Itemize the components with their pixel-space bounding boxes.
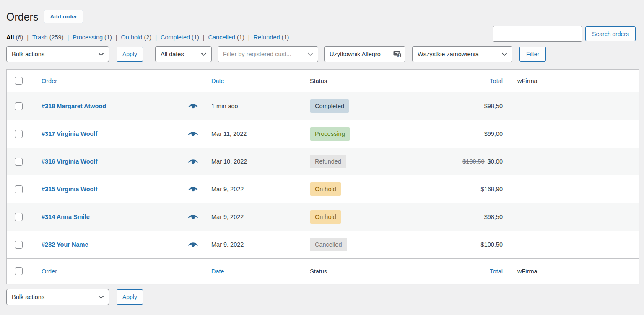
filter-trash-link[interactable]: Trash (259) [32, 34, 63, 41]
status-badge: Refunded [310, 155, 346, 169]
status-badge: Completed [310, 99, 349, 113]
sort-by-order[interactable]: Order [42, 78, 57, 84]
top-toolbar: Bulk actions Apply All dates Filter by r… [6, 46, 638, 62]
bottom-toolbar: Bulk actions Apply [6, 289, 638, 305]
sort-by-total-bottom[interactable]: Total [490, 268, 503, 275]
preview-column-header [183, 70, 203, 92]
apply-button-bottom[interactable]: Apply [117, 289, 143, 305]
chevron-down-icon [201, 52, 207, 56]
row-checkbox[interactable] [15, 185, 23, 193]
table-row: #314 Anna Smile Mar 9, 2022 On hold $98,… [7, 203, 639, 231]
table-row: #317 Virginia Woolf Mar 11, 2022 Process… [7, 120, 639, 148]
row-checkbox[interactable] [15, 130, 23, 138]
table-row: #316 Virginia Woolf Mar 10, 2022 Refunde… [7, 148, 639, 175]
separator: | [68, 34, 69, 41]
wfirma-cell [507, 148, 639, 175]
filter-completed: Completed (1) | [161, 34, 208, 41]
chevron-down-icon [307, 52, 313, 56]
row-checkbox[interactable] [15, 241, 23, 249]
filter-processing: Processing (1) | [73, 34, 121, 41]
order-link[interactable]: #314 Anna Smile [42, 213, 90, 220]
order-link[interactable]: #282 Your Name [42, 241, 88, 248]
form-filler-extension-icon[interactable]: 1 [392, 49, 402, 59]
status-badge: Cancelled [310, 238, 347, 252]
order-date: Mar 9, 2022 [211, 241, 244, 248]
allegro-user-field: 1 [324, 46, 405, 62]
filter-cancelled: Cancelled (1) | [208, 34, 254, 41]
separator: | [116, 34, 117, 41]
chevron-down-icon [98, 52, 104, 56]
order-link[interactable]: #316 Virginia Woolf [42, 158, 97, 165]
filter-trash: Trash (259) | [32, 34, 73, 41]
status-badge: Processing [310, 127, 350, 141]
all-dates-select[interactable]: All dates [155, 46, 212, 62]
filter-completed-link[interactable]: Completed (1) [161, 34, 199, 41]
table-row: #315 Virginia Woolf Mar 9, 2022 On hold … [7, 175, 639, 203]
wfirma-column-footer: wFirma [507, 258, 639, 284]
order-date: Mar 9, 2022 [211, 213, 244, 220]
bulk-actions-select-bottom[interactable]: Bulk actions [6, 289, 109, 305]
order-total: $168,90 [481, 186, 503, 193]
row-checkbox[interactable] [15, 102, 23, 110]
order-link[interactable]: #315 Virginia Woolf [42, 186, 97, 193]
refunded-total: $0,00 [488, 158, 503, 165]
allegro-user-input[interactable] [325, 47, 392, 61]
status-badge: On hold [310, 210, 341, 224]
preview-eye-icon[interactable] [187, 102, 199, 109]
add-order-button[interactable]: Add order [44, 10, 83, 23]
filter-on-hold: On hold (2) | [121, 34, 161, 41]
filter-on-hold-link[interactable]: On hold (2) [121, 34, 152, 41]
page-title: Orders [6, 10, 38, 23]
sort-by-date[interactable]: Date [211, 78, 224, 84]
order-date: Mar 9, 2022 [211, 186, 244, 193]
preview-eye-icon[interactable] [187, 130, 199, 137]
filter-all-link[interactable]: All (6) [6, 34, 23, 41]
filter-all: All (6) | [6, 34, 32, 41]
registered-customer-filter-select[interactable]: Filter by registered cust... [218, 46, 318, 62]
search-orders-input[interactable] [493, 26, 582, 42]
status-column-footer: Status [304, 258, 430, 284]
sort-by-total[interactable]: Total [490, 78, 503, 84]
select-all-checkbox-bottom[interactable] [15, 267, 23, 275]
order-link[interactable]: #317 Virginia Woolf [42, 130, 97, 137]
sort-by-order-bottom[interactable]: Order [42, 268, 57, 275]
filter-processing-link[interactable]: Processing (1) [73, 34, 112, 41]
preview-eye-icon[interactable] [187, 213, 199, 220]
filter-refunded: Refunded (1) [254, 34, 289, 41]
wfirma-cell [507, 203, 639, 231]
separator: | [155, 34, 157, 41]
separator: | [27, 34, 29, 41]
table-row: #318 Margaret Atwood 1 min ago Completed… [7, 92, 639, 120]
filter-refunded-link[interactable]: Refunded (1) [254, 34, 289, 41]
table-header: Order Date Status Total wFirma [7, 70, 639, 92]
preview-eye-icon[interactable] [187, 158, 199, 164]
table-footer: Order Date Status Total wFirma [7, 258, 639, 284]
search-orders-button[interactable]: Search orders [585, 26, 636, 41]
wfirma-cell [507, 175, 639, 203]
wfirma-cell [507, 92, 639, 120]
status-column-header: Status [304, 70, 430, 92]
svg-text:1: 1 [398, 53, 400, 57]
separator: | [203, 34, 205, 41]
order-link[interactable]: #318 Margaret Atwood [42, 103, 106, 109]
preview-eye-icon[interactable] [187, 241, 199, 247]
sort-by-date-bottom[interactable]: Date [211, 268, 224, 275]
select-all-checkbox[interactable] [15, 77, 23, 85]
apply-button-top[interactable]: Apply [117, 47, 143, 62]
order-date: 1 min ago [211, 103, 238, 109]
chevron-down-icon [98, 295, 104, 299]
row-checkbox[interactable] [15, 213, 23, 221]
original-total: $100,50 [462, 158, 484, 165]
search-group: Search orders [493, 26, 636, 42]
filter-button[interactable]: Filter [519, 47, 546, 62]
preview-column-footer [183, 258, 203, 284]
filter-cancelled-link[interactable]: Cancelled (1) [208, 34, 244, 41]
order-date: Mar 11, 2022 [211, 130, 247, 137]
status-badge: On hold [310, 182, 341, 196]
title-row: Orders Add order [6, 10, 638, 23]
preview-eye-icon[interactable] [187, 185, 199, 192]
order-type-select[interactable]: Wszystkie zamówienia [412, 46, 512, 62]
row-checkbox[interactable] [15, 158, 23, 166]
bulk-actions-select[interactable]: Bulk actions [6, 46, 109, 62]
order-date: Mar 10, 2022 [211, 158, 247, 165]
